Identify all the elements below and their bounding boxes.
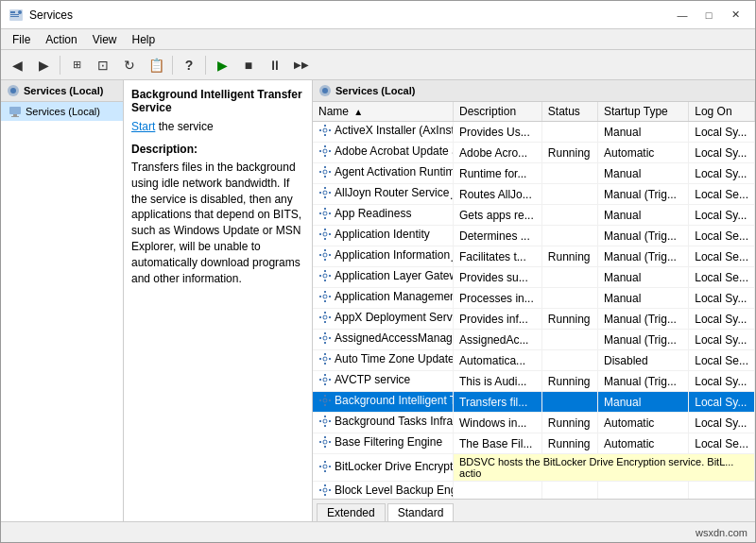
table-row[interactable]: Block Level Backup Engine ... <box>313 482 755 500</box>
svg-rect-61 <box>324 383 326 385</box>
cell-name: Block Level Backup Engine ... <box>313 482 454 500</box>
svg-rect-34 <box>319 233 321 235</box>
cell-startup_type: Manual (Trig... <box>597 309 688 330</box>
maximize-button[interactable]: □ <box>696 6 721 25</box>
stop-service-button[interactable]: ■ <box>236 54 261 76</box>
minimize-button[interactable]: — <box>670 6 695 25</box>
table-row[interactable]: Base Filtering EngineThe Base Fil...Runn… <box>313 433 755 454</box>
tree-item-services-local[interactable]: Services (Local) <box>1 102 123 121</box>
table-row[interactable]: Application ManagementProcesses in...Man… <box>313 288 755 309</box>
show-hide-button[interactable]: ⊞ <box>64 54 89 76</box>
computer-icon <box>9 105 22 118</box>
service-gear-icon <box>318 290 332 303</box>
table-row[interactable]: Auto Time Zone UpdaterAutomatica...Disab… <box>313 350 755 371</box>
cell-description: Runtime for... <box>454 163 542 184</box>
svg-rect-50 <box>319 316 321 318</box>
svg-rect-39 <box>329 254 331 256</box>
pause-service-button[interactable]: ⏸ <box>263 54 287 76</box>
table-row[interactable]: Application Layer Gateway ...Provides su… <box>313 267 755 288</box>
resume-service-button[interactable]: ▶▶ <box>289 54 314 76</box>
svg-rect-37 <box>324 259 326 261</box>
menu-item-action[interactable]: Action <box>38 31 84 48</box>
close-button[interactable]: ✕ <box>723 6 747 25</box>
table-row[interactable]: ActiveX Installer (AxInstSV)Provides Us.… <box>313 122 755 143</box>
service-gear-icon <box>318 248 332 262</box>
table-row[interactable]: Application InformationFacilitates t...R… <box>313 246 755 267</box>
table-row[interactable]: Background Tasks Infrastruc...Windows in… <box>313 413 755 433</box>
tab-bar: Extended Standard <box>313 499 755 521</box>
svg-rect-46 <box>319 296 321 297</box>
table-row[interactable]: Agent Activation Runtime_...Runtime for.… <box>313 163 755 184</box>
table-row[interactable]: AssignedAccessManager Se...AssignedAc...… <box>313 330 755 350</box>
service-gear-icon <box>318 144 332 158</box>
back-button[interactable]: ◀ <box>5 54 29 76</box>
cell-log_on: Local Sy... <box>689 163 755 184</box>
cell-startup_type: Automatic <box>597 413 688 433</box>
table-row[interactable]: BitLocker Drive Encryption ...BDSVC host… <box>313 454 755 482</box>
refresh-button[interactable]: ↻ <box>117 54 142 76</box>
table-row[interactable]: Adobe Acrobat Update Serv...Adobe Acro..… <box>313 143 755 163</box>
cell-log_on: Local Se... <box>689 350 755 371</box>
table-row[interactable]: App ReadinessGets apps re...ManualLocal … <box>313 205 755 226</box>
cell-status <box>541 226 597 246</box>
svg-rect-55 <box>329 337 331 339</box>
start-link[interactable]: Start <box>131 120 155 133</box>
title-bar-controls: — □ ✕ <box>670 6 747 25</box>
cell-log_on: Local Se... <box>689 246 755 267</box>
start-service-line: Start the service <box>131 120 304 133</box>
table-row[interactable]: AppX Deployment Service (...Provides inf… <box>313 309 755 330</box>
service-gear-icon <box>318 165 332 178</box>
svg-rect-16 <box>324 145 326 147</box>
col-startup-type[interactable]: Startup Type <box>597 102 688 122</box>
svg-rect-19 <box>329 150 331 152</box>
menu-bar: FileActionViewHelp <box>1 29 755 50</box>
col-description[interactable]: Description <box>454 102 542 122</box>
toggle-button[interactable]: ⊡ <box>91 54 115 76</box>
service-gear-icon <box>318 311 332 324</box>
col-log-on[interactable]: Log On <box>689 102 755 122</box>
cell-status: Running <box>541 309 597 330</box>
table-row[interactable]: AVCTP serviceThis is Audi...RunningManua… <box>313 371 755 392</box>
cell-startup_type: Manual <box>597 122 688 143</box>
svg-rect-7 <box>9 107 21 114</box>
tab-extended[interactable]: Extended <box>317 503 386 521</box>
service-gear-icon <box>318 124 332 137</box>
svg-rect-78 <box>319 466 321 467</box>
cell-description: AssignedAc... <box>454 330 542 350</box>
export-button[interactable]: 📋 <box>144 54 168 76</box>
table-row[interactable]: Background Intelligent Tra...Transfers f… <box>313 392 755 413</box>
cell-startup_type: Manual <box>597 392 688 413</box>
svg-rect-74 <box>319 441 321 443</box>
start-service-button[interactable]: ▶ <box>210 54 234 76</box>
tab-standard[interactable]: Standard <box>387 503 455 521</box>
cell-status <box>541 267 597 288</box>
services-panel-header: Services (Local) <box>313 80 755 102</box>
table-row[interactable]: Application IdentityDetermines ...Manual… <box>313 226 755 246</box>
cell-description: Transfers fil... <box>454 392 542 413</box>
menu-item-view[interactable]: View <box>85 31 125 48</box>
service-gear-icon <box>318 331 332 345</box>
menu-item-file[interactable]: File <box>5 31 38 48</box>
col-name[interactable]: Name ▲ <box>313 102 454 122</box>
cell-log_on <box>689 482 755 500</box>
cell-name: Background Tasks Infrastruc... <box>313 413 454 433</box>
menu-item-help[interactable]: Help <box>125 31 163 48</box>
svg-rect-32 <box>324 229 326 230</box>
cell-log_on: Local Se... <box>689 184 755 205</box>
forward-button[interactable]: ▶ <box>31 54 56 76</box>
services-table-container[interactable]: Name ▲ Description Status Startup Type L… <box>313 102 755 499</box>
cell-log_on: Local Se... <box>689 226 755 246</box>
svg-rect-67 <box>329 399 331 401</box>
svg-rect-42 <box>319 275 321 277</box>
svg-rect-70 <box>319 420 321 422</box>
cell-name: Agent Activation Runtime_... <box>313 163 454 184</box>
col-status[interactable]: Status <box>541 102 597 122</box>
svg-point-6 <box>10 88 16 93</box>
svg-rect-71 <box>329 420 331 422</box>
help-button[interactable]: ? <box>177 54 201 76</box>
service-gear-icon <box>318 269 332 282</box>
table-row[interactable]: AllJoyn Router ServiceRoutes AllJo...Man… <box>313 184 755 205</box>
svg-rect-60 <box>324 374 326 376</box>
svg-rect-64 <box>324 395 326 397</box>
cell-startup_type: Manual <box>597 205 688 226</box>
